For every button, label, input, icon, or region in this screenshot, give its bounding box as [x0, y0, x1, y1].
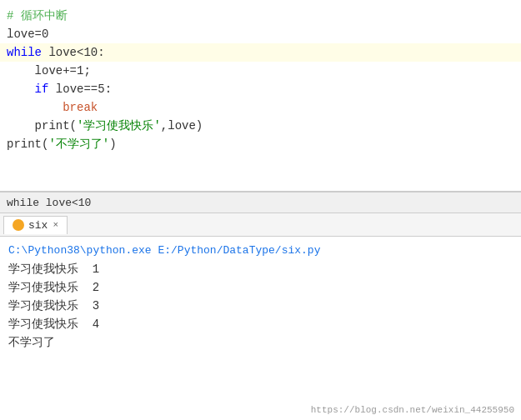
python-icon — [13, 219, 24, 231]
watermark: https://blog.csdn.net/weixin_44255950 — [311, 405, 514, 415]
code-line-7: print('学习使我快乐',love) — [0, 117, 521, 135]
code-line-6: break — [0, 98, 521, 117]
tab-label: six — [28, 219, 48, 232]
terminal-output-1: 学习使我快乐 1 — [8, 260, 513, 278]
terminal-output-2: 学习使我快乐 2 — [8, 278, 513, 297]
terminal-tab-six[interactable]: six × — [3, 216, 68, 234]
terminal-output-4: 学习使我快乐 4 — [8, 315, 513, 333]
status-bar: while love<10 — [0, 192, 521, 213]
terminal-area: C:\Python38\python.exe E:/Python/DataTyp… — [0, 237, 521, 357]
code-line-5: if love==5: — [0, 80, 521, 98]
terminal-tabs: six × — [0, 213, 521, 237]
tab-close-icon[interactable]: × — [53, 220, 58, 230]
code-line-2: love=0 — [0, 25, 521, 43]
terminal-cmd: C:\Python38\python.exe E:/Python/DataTyp… — [8, 242, 513, 260]
code-line-4: love+=1; — [0, 62, 521, 80]
terminal-wrapper[interactable]: C:\Python38\python.exe E:/Python/DataTyp… — [0, 237, 521, 420]
code-editor[interactable]: # 循环中断 love=0 while love<10: love+=1; if… — [0, 0, 521, 192]
bottom-section: six × C:\Python38\python.exe E:/Python/D… — [0, 213, 521, 420]
status-text: while love<10 — [7, 197, 91, 209]
terminal-output-3: 学习使我快乐 3 — [8, 297, 513, 315]
code-line-1: # 循环中断 — [0, 7, 521, 25]
code-line-8: print('不学习了') — [0, 135, 521, 153]
terminal-output-5: 不学习了 — [8, 333, 513, 352]
code-line-3: while love<10: — [0, 43, 521, 62]
